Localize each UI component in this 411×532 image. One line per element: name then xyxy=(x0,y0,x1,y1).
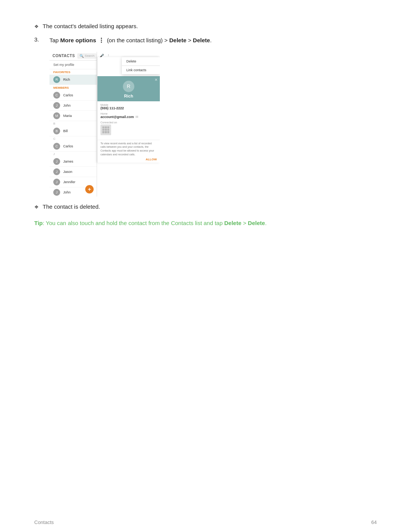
screenshot-section: CONTACTS 🔍 Search 🎤 ⋮ Set my profile FAV… xyxy=(49,52,377,197)
avatar-bill: B xyxy=(53,128,60,134)
email-icon: ✉ xyxy=(135,115,139,119)
mobile-value: (555) 111-2222 xyxy=(100,106,124,110)
contact-row-rich[interactable]: R Rich xyxy=(49,75,97,85)
contact-row-maria[interactable]: M Maria xyxy=(49,111,97,121)
home-label: Home xyxy=(100,112,157,115)
bullet-2: ❖ The contact is deleted. xyxy=(34,203,377,210)
bullet-diamond-2: ❖ xyxy=(34,204,39,210)
home-field: Home account@gmail.com ✉ xyxy=(100,112,157,119)
avatar-carlos2: C xyxy=(53,143,60,150)
footer-left: Contacts xyxy=(34,519,54,525)
avatar-maria: M xyxy=(53,112,60,119)
detail-avatar: R xyxy=(123,81,134,92)
contacts-search[interactable]: 🔍 Search xyxy=(77,53,97,59)
allow-button[interactable]: ALLOW xyxy=(100,158,157,161)
bullet-1: ❖ The contact's detailed listing appears… xyxy=(34,23,377,29)
avatar-rich: R xyxy=(53,76,60,83)
contact-name-bill: Bill xyxy=(63,129,68,133)
contacts-header: CONTACTS 🔍 Search 🎤 ⋮ xyxy=(49,52,97,61)
step-3-bold-delete2: Delete xyxy=(193,37,210,43)
tip-separator: > xyxy=(241,220,248,226)
connected-placeholder xyxy=(100,125,111,135)
contact-row-jason[interactable]: J Jason xyxy=(49,167,97,177)
letter-j: J xyxy=(49,152,97,157)
contact-name-john1: John xyxy=(63,104,71,107)
favorites-label: FAVORITES xyxy=(49,69,97,75)
contact-name-rich: Rich xyxy=(63,78,70,81)
dropdown-menu: Delete Link contacts xyxy=(122,57,160,74)
step-number: 3. xyxy=(34,36,49,43)
home-value: account@gmail.com xyxy=(100,115,134,119)
contact-row-james[interactable]: J James xyxy=(49,157,97,167)
more-options-icon xyxy=(99,37,105,43)
connected-label: Connected on xyxy=(100,121,157,124)
letter-b: B xyxy=(49,121,97,126)
bullet-1-text: The contact's detailed listing appears. xyxy=(43,23,138,29)
contact-name-jason: Jason xyxy=(63,170,72,174)
dropdown-delete[interactable]: Delete xyxy=(122,57,160,66)
search-placeholder: Search xyxy=(85,54,94,58)
letter-c: C xyxy=(49,136,97,141)
avatar-jennifer: J xyxy=(53,179,60,185)
search-icon: 🔍 xyxy=(80,54,84,58)
tip-label: Tip xyxy=(34,220,43,226)
contact-name-carlos2: Carlos xyxy=(63,144,73,148)
set-profile-row[interactable]: Set my profile xyxy=(49,61,97,69)
members-label: MEMBERS xyxy=(49,85,97,90)
tip-colon: : You can also touch and hold the contac… xyxy=(43,220,224,226)
fab-button[interactable]: + xyxy=(85,185,94,193)
dropdown-link-contacts[interactable]: Link contacts xyxy=(122,66,160,74)
connected-field: Connected on xyxy=(100,121,157,135)
page-container: ❖ The contact's detailed listing appears… xyxy=(0,0,411,532)
avatar-carlos1: C xyxy=(53,92,60,99)
detail-fields: Mobile (555) 111-2222 Home account@gmail… xyxy=(97,101,160,140)
connected-grid xyxy=(102,126,109,133)
allow-text: To view recent events and a list of reco… xyxy=(100,142,157,157)
tip-line: Tip: You can also touch and hold the con… xyxy=(34,219,377,228)
tip-bold-delete1: Delete xyxy=(224,220,241,226)
bullet-diamond-1: ❖ xyxy=(34,24,39,29)
step-3-bold-delete1: Delete xyxy=(169,37,186,43)
tip-suffix: . xyxy=(265,220,266,226)
contact-name-james: James xyxy=(63,160,73,163)
step-3-text: Tap More options (on the contact listing… xyxy=(49,36,212,45)
contact-row-john1[interactable]: J John xyxy=(49,101,97,111)
step-3-bold-more-options: More options xyxy=(60,37,96,43)
footer-right: 64 xyxy=(371,519,377,525)
screenshot-wrapper: CONTACTS 🔍 Search 🎤 ⋮ Set my profile FAV… xyxy=(49,52,160,197)
avatar-john2: J xyxy=(53,189,60,196)
contact-name-john2: John xyxy=(63,190,71,194)
mobile-label: Mobile xyxy=(100,104,157,106)
contact-name-carlos1: Carlos xyxy=(63,93,73,97)
bullet-2-text: The contact is deleted. xyxy=(43,203,100,210)
contact-detail-panel: Delete Link contacts R Rich ✕ Mobile (55… xyxy=(97,57,160,163)
contact-row-bill[interactable]: B Bill xyxy=(49,126,97,136)
contacts-list-panel: CONTACTS 🔍 Search 🎤 ⋮ Set my profile FAV… xyxy=(49,52,97,197)
mobile-field: Mobile (555) 111-2222 xyxy=(100,104,157,110)
step-3: 3. Tap More options (on the contact list… xyxy=(34,36,377,45)
contact-row-carlos2[interactable]: C Carlos xyxy=(49,141,97,152)
close-icon[interactable]: ✕ xyxy=(155,78,158,82)
tip-bold-delete2: Delete xyxy=(248,220,265,226)
contact-name-maria: Maria xyxy=(63,114,72,118)
contacts-title: CONTACTS xyxy=(53,54,75,58)
detail-header: R Rich ✕ xyxy=(97,76,160,101)
avatar-james: J xyxy=(53,158,60,165)
avatar-john1: J xyxy=(53,102,60,109)
allow-section: To view recent events and a list of reco… xyxy=(97,140,160,163)
avatar-jason: J xyxy=(53,168,60,175)
contact-row-carlos1[interactable]: C Carlos xyxy=(49,90,97,101)
detail-name: Rich xyxy=(100,94,157,98)
contact-name-jennifer: Jennifer xyxy=(63,180,75,184)
page-footer: Contacts 64 xyxy=(34,519,377,525)
